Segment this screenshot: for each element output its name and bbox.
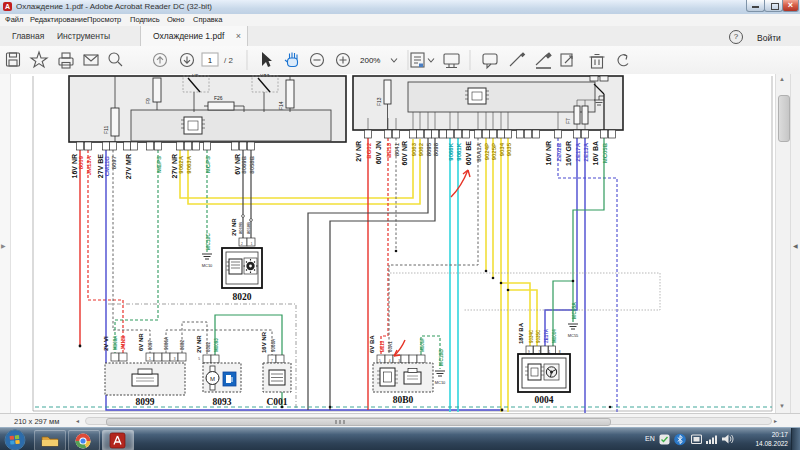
clock-time[interactable]: 20:17 [728, 431, 788, 438]
help-icon[interactable]: ? [729, 30, 743, 44]
start-button[interactable] [2, 429, 28, 450]
menu-help[interactable]: Справка [193, 15, 222, 24]
language-indicator[interactable]: EN [645, 435, 652, 442]
zoom-in-icon[interactable] [337, 54, 350, 67]
stamp-icon[interactable] [561, 54, 572, 66]
menu-window[interactable]: Окно [167, 15, 184, 24]
hscroll-right-icon[interactable]: ▸ [774, 417, 777, 424]
tab-close-icon[interactable]: × [236, 26, 241, 46]
lb-wcm11g: CM11G [104, 156, 110, 177]
nav-pane-expand-icon[interactable]: ▶ [1, 242, 6, 249]
menu-view[interactable]: Просмотр [87, 15, 121, 24]
comp-id-80b0: 80B0 [393, 395, 414, 405]
undo-refresh-icon[interactable] [618, 55, 628, 66]
page-down-icon[interactable] [181, 54, 194, 67]
lb-conn1: 16V NR [71, 154, 78, 179]
gnd-mc10b-name: MC10 [435, 380, 446, 385]
gnd-mc10c-name: MC10 [202, 263, 213, 268]
action-center-icon[interactable] [659, 434, 670, 445]
zoom-level-caret-icon[interactable] [391, 59, 397, 63]
taskbar-explorer-button[interactable] [34, 430, 66, 450]
pins-8020: 2 1 [241, 242, 256, 246]
page-current: 1 [208, 56, 213, 65]
w8093-m0093: M0093 [214, 338, 219, 352]
rb-w9024p: 9024P [484, 143, 490, 160]
rb-w80a1a: 80A1A [476, 142, 482, 161]
title-bar: A Охлаждение 1.pdf - Adobe Acrobat Reade… [0, 0, 800, 15]
hand-tool-icon[interactable] [285, 53, 298, 67]
tab-tools[interactable]: Инструменты [57, 26, 110, 46]
vertical-scrollbar[interactable]: ▲ ▼ [775, 74, 791, 413]
minimize-button[interactable] [746, 0, 765, 12]
zoom-out-icon[interactable] [311, 54, 324, 67]
tools-pane-expand-icon[interactable]: ◀ [793, 242, 798, 249]
page-up-icon[interactable] [154, 54, 167, 67]
tab-document[interactable]: Охлаждение 1.pdf × [140, 26, 248, 46]
vertical-scrollbar-thumb[interactable] [778, 95, 790, 142]
tab-bar: Главная Инструменты Охлаждение 1.pdf × [0, 26, 800, 47]
comment-icon[interactable] [483, 54, 497, 68]
pins-80b0: 5 4 3 [379, 359, 404, 363]
rb-wbe13: BE13 [386, 142, 392, 158]
network-icon[interactable] [706, 434, 718, 445]
taskbar-chrome-button[interactable] [68, 430, 100, 450]
zoom-level[interactable]: 200% [360, 56, 380, 65]
clock-date[interactable]: 14.08.2022 [728, 440, 788, 447]
lb-w8009: 8009 [78, 155, 84, 169]
page-total: / 2 [224, 56, 233, 65]
tray-panel-icon[interactable] [691, 434, 702, 445]
lb-wmcps: MCPS [205, 156, 211, 173]
page-size-label: 210 x 297 мм [14, 417, 59, 426]
comp-id-8020: 8020 [233, 292, 252, 302]
star-icon[interactable] [31, 52, 47, 67]
rb-conn7: 16V BA [592, 141, 599, 166]
w80b0-be13: BE13 [380, 340, 385, 352]
close-button[interactable]: × [782, 0, 799, 12]
rb-w9062: 9062 [418, 142, 424, 156]
trash-icon[interactable] [590, 55, 605, 69]
show-desktop-button[interactable] [791, 428, 800, 450]
lb-conn3: 27V MR [125, 154, 132, 179]
pins-8099: 1 3 5 [149, 357, 211, 361]
conn-8099-1: 2V VI [103, 336, 109, 351]
maximize-button[interactable] [764, 0, 783, 12]
lb-conn5: 6V NR [234, 154, 241, 175]
w-jm12b: JM12B [121, 335, 126, 350]
w80b0-m000f: M000F [420, 338, 425, 352]
lb-conn4: 27V NR [171, 154, 178, 179]
conn-8099-2: 6V NR [138, 333, 144, 351]
select-cursor-icon[interactable] [262, 52, 272, 67]
rb-w9066k: 9066K [448, 142, 454, 160]
rb-w8098: 8098 [433, 142, 439, 156]
w8093-8082: 8082 [206, 341, 211, 352]
menu-sign[interactable]: Подпись [130, 15, 160, 24]
w0004-9034c: 9034C [529, 329, 534, 343]
email-icon[interactable] [84, 55, 98, 65]
taskbar-adobe-reader-button[interactable] [102, 430, 134, 450]
highlighter-icon[interactable] [536, 53, 551, 68]
scroll-up-icon[interactable]: ▲ [779, 76, 785, 82]
lb-wmeps: MEPS [156, 156, 162, 173]
lb-w8097: 8097 [111, 155, 117, 169]
menu-file[interactable]: Файл [5, 15, 23, 24]
hscroll-left-icon[interactable]: ◂ [76, 417, 79, 424]
fit-page-icon[interactable] [411, 53, 434, 67]
save-icon[interactable] [7, 53, 20, 66]
search-icon[interactable] [109, 53, 122, 66]
bluetooth-icon[interactable] [674, 433, 686, 446]
horizontal-scrollbar[interactable] [85, 417, 772, 425]
print-icon[interactable] [59, 53, 73, 68]
rb-w9035: 9035 [506, 142, 512, 156]
horizontal-scrollbar-thumb[interactable] [106, 418, 611, 426]
menu-edit[interactable]: Редактирование [30, 15, 87, 24]
left-fuse-block: F11 F9 F26 F14 H8 R16 [69, 74, 346, 142]
lb-wjm13a: JM13A [86, 155, 92, 175]
wiring-diagram: F11 F9 F26 F14 H8 R16 F13 F7 [0, 74, 800, 413]
scroll-down-icon[interactable]: ▼ [779, 403, 785, 409]
sign-in-link[interactable]: Войти [757, 33, 781, 43]
rb-conn1: 2V NR [355, 141, 362, 162]
tab-home[interactable]: Главная [12, 26, 44, 46]
reading-mode-icon[interactable] [444, 54, 459, 68]
fill-sign-pen-icon[interactable] [510, 53, 525, 66]
motor-m-glyph: M [210, 376, 215, 382]
